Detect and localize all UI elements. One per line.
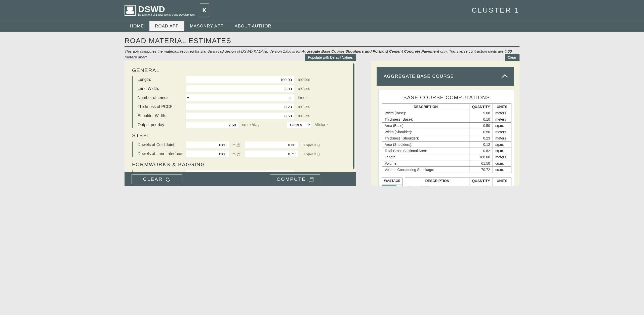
nav-road-app[interactable]: ROAD APP (149, 21, 184, 31)
logo-area: DSWD Department of Social Welfare and De… (125, 4, 209, 17)
input-dowel-lane-length[interactable] (186, 151, 229, 157)
brand-subtext: Department of Social Welfare and Develop… (138, 13, 195, 16)
computations-box: BASE COURSE COMPUTATIONS DESCRIPTION QUA… (379, 90, 514, 186)
section-general: GENERAL (132, 67, 356, 73)
computations-title: BASE COURSE COMPUTATIONS (382, 95, 511, 100)
col-description: DESCRIPTION (382, 104, 469, 110)
table-row: Total Cross Sectional Area:0.62sq.m. (382, 148, 511, 154)
unit-meters: meters (298, 86, 310, 91)
unit-meters: meters (298, 104, 310, 109)
select-num-lanes[interactable]: 2 (186, 94, 294, 101)
nav-bar: HOME ROAD APP MASONRY APP ABOUT AUTHOR (0, 21, 644, 32)
table-row: Thickness (Shoulder):0.23meters (382, 135, 511, 142)
unit-m-spacing: m spacing (301, 152, 320, 156)
table-row: Volume Considering Shrinkage:70.72cu.m. (382, 167, 511, 173)
table-row: Thickness (Base):0.10meters (382, 116, 511, 123)
table-row: Volume:61.50cu.m. (382, 160, 511, 167)
unit-m-spacing: m spacing (301, 143, 320, 147)
scrollbar[interactable] (353, 63, 354, 169)
nav-home[interactable]: HOME (125, 21, 149, 31)
input-dowel-cold-spacing[interactable] (245, 142, 298, 148)
unit-m-at: m @ (232, 143, 242, 147)
col-quantity: QUANTITY (469, 104, 493, 110)
select-mixture[interactable]: Class A (287, 122, 311, 128)
section-formworks: FORMWORKS & BAGGING (132, 162, 356, 167)
input-output[interactable] (186, 122, 238, 128)
input-wastage[interactable] (382, 185, 396, 186)
label-dowel-lane: Dowels at Lane Interface: (138, 152, 186, 156)
table-row: Width (Shoulder):0.50meters (382, 129, 511, 135)
refresh-icon (165, 176, 171, 182)
label-pccp: Thickness of PCCP: (138, 104, 186, 109)
table-row: Width (Base):5.00meters (382, 110, 511, 116)
table-row: Area (Shoulders):0.12sq.m. (382, 142, 511, 148)
unit-mixture: Mixture (314, 123, 328, 127)
input-shoulder[interactable] (186, 113, 294, 119)
col-description: DESCRIPTION (405, 178, 469, 184)
unit-meters: meters (298, 77, 310, 82)
action-bar: CLEAR COMPUTE ∷ (125, 172, 356, 186)
unit-m-at: m @ (232, 152, 242, 156)
unit-meters: meters (298, 114, 310, 118)
unit-cumday: cu.m./day (242, 123, 259, 127)
cluster-label: CLUSTER 1 (472, 6, 519, 14)
result-table: DESCRIPTION QUANTITY UNITS Aggregate Bas… (405, 178, 511, 186)
input-length[interactable] (186, 76, 294, 83)
table-row: Length:100.00meters (382, 154, 511, 160)
page-title: ROAD MATERIAL ESTIMATES (125, 37, 519, 45)
calculator-icon: ∷ (309, 177, 313, 182)
app-header: DSWD Department of Social Welfare and De… (0, 0, 644, 21)
output-panel: AGGREGATE BASE COURSE BASE COURSE COMPUT… (371, 61, 519, 186)
accordion-aggregate-base-course[interactable]: AGGREGATE BASE COURSE (377, 67, 514, 86)
input-panel: GENERAL Length: meters Lane Width: meter… (125, 61, 356, 186)
wastage-header: WASTAGE (382, 178, 402, 185)
clear-output-button[interactable]: Clear (505, 54, 519, 61)
section-steel: STEEL (132, 133, 356, 138)
chevron-up-icon (502, 74, 508, 80)
label-shoulder: Shoulder Width: (138, 114, 186, 118)
compute-button[interactable]: COMPUTE ∷ (270, 174, 320, 184)
input-dowel-lane-spacing[interactable] (245, 151, 298, 157)
table-row: Aggregate Base Course 71.00 cu.m. (405, 184, 511, 187)
input-dowel-cold-length[interactable] (186, 142, 229, 148)
label-lane-width: Lane Width: (138, 86, 186, 91)
accordion-title: AGGREGATE BASE COURSE (384, 74, 454, 79)
title-divider (125, 46, 519, 47)
label-output: Output per day: (138, 123, 186, 127)
nav-about-author[interactable]: ABOUT AUTHOR (229, 21, 277, 31)
col-quantity: QUANTITY (469, 178, 493, 184)
wastage-box: WASTAGE % (382, 178, 403, 186)
label-dowel-cold: Dowels at Cold Joint: (138, 143, 186, 147)
input-lane-width[interactable] (186, 85, 294, 92)
nav-masonry-app[interactable]: MASONRY APP (184, 21, 229, 31)
computations-table: DESCRIPTION QUANTITY UNITS Width (Base):… (382, 103, 511, 173)
col-units: UNITS (493, 178, 511, 184)
brand-text: DSWD (138, 5, 195, 13)
label-length: Length: (138, 77, 186, 82)
col-units: UNITS (493, 104, 511, 110)
clear-button[interactable]: CLEAR (132, 174, 182, 184)
input-pccp[interactable] (186, 103, 294, 110)
dswd-logo: DSWD Department of Social Welfare and De… (125, 5, 195, 16)
label-num-lanes: Number of Lanes: (138, 95, 186, 100)
dswd-logo-icon (125, 5, 136, 16)
unit-lanes: lanes (298, 95, 307, 100)
populate-defaults-button[interactable]: Populate with Default Values (305, 54, 356, 61)
kalahi-logo-icon (200, 4, 209, 17)
table-row: Area (Base):0.50sq.m. (382, 123, 511, 129)
